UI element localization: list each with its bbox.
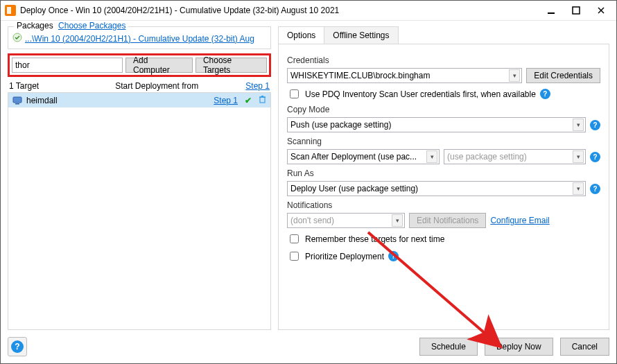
edit-notifications-button: Edit Notifications xyxy=(409,213,486,228)
packages-legend: Packages xyxy=(17,21,53,31)
add-computer-button[interactable]: Add Computer xyxy=(125,58,193,73)
help-icon[interactable]: ? xyxy=(388,251,399,261)
package-icon xyxy=(12,33,22,44)
scanning-secondary-combo: (use package setting) ▾ xyxy=(444,149,586,164)
options-panel: Credentials WHISKEYTIME.CLUB\brock.bingh… xyxy=(278,44,609,330)
svg-rect-8 xyxy=(15,103,19,105)
runas-label: Run As xyxy=(287,168,600,178)
chevron-down-icon[interactable]: ▾ xyxy=(573,182,584,195)
close-button[interactable] xyxy=(589,3,614,18)
use-pdq-label: Use PDQ Inventory Scan User credentials … xyxy=(305,89,536,99)
deploy-now-button[interactable]: Deploy Now xyxy=(485,338,553,356)
header-step-link[interactable]: Step 1 xyxy=(245,81,270,91)
help-icon[interactable]: ? xyxy=(540,89,550,99)
help-icon[interactable]: ? xyxy=(590,152,600,162)
chevron-down-icon[interactable]: ▾ xyxy=(426,150,437,163)
window-title: Deploy Once - Win 10 (2004/20H2/21H1) - … xyxy=(20,6,539,15)
schedule-button[interactable]: Schedule xyxy=(419,338,478,356)
help-icon[interactable]: ? xyxy=(590,120,600,130)
scanning-label: Scanning xyxy=(287,137,600,146)
prioritize-label: Prioritize Deployment xyxy=(305,252,384,261)
scanning-combo[interactable]: Scan After Deployment (use pac... ▾ xyxy=(287,149,440,164)
tab-options[interactable]: Options xyxy=(278,26,324,44)
notifications-label: Notifications xyxy=(287,200,600,210)
credentials-label: Credentials xyxy=(287,55,600,65)
chevron-down-icon: ▾ xyxy=(573,150,584,163)
svg-rect-2 xyxy=(548,12,555,14)
edit-credentials-button[interactable]: Edit Credentials xyxy=(526,68,600,83)
configure-email-link[interactable]: Configure Email xyxy=(490,216,549,225)
start-from-label: Start Deployment from xyxy=(39,81,245,91)
use-pdq-checkbox[interactable] xyxy=(290,89,299,98)
svg-rect-9 xyxy=(260,97,265,103)
copy-mode-label: Copy Mode xyxy=(287,105,600,114)
choose-targets-button[interactable]: Choose Targets xyxy=(195,58,267,73)
deploy-window: Deploy Once - Win 10 (2004/20H2/21H1) - … xyxy=(0,0,617,364)
target-row[interactable]: heimdall Step 1 ✔ xyxy=(8,93,270,107)
chevron-down-icon[interactable]: ▾ xyxy=(509,69,520,82)
help-icon[interactable]: ? xyxy=(590,184,600,194)
titlebar: Deploy Once - Win 10 (2004/20H2/21H1) - … xyxy=(1,1,616,20)
svg-rect-1 xyxy=(7,7,11,14)
tab-strip: Options Offline Settings xyxy=(278,26,609,44)
remember-targets-checkbox[interactable] xyxy=(290,234,299,243)
computer-name-input[interactable] xyxy=(12,58,123,73)
target-entry-highlight: Add Computer Choose Targets xyxy=(8,53,271,77)
maximize-button[interactable] xyxy=(564,3,589,18)
help-button[interactable]: ? xyxy=(8,337,27,356)
runas-combo[interactable]: Deploy User (use package setting) ▾ xyxy=(287,181,586,196)
targets-list: heimdall Step 1 ✔ xyxy=(8,92,271,330)
chevron-down-icon[interactable]: ▾ xyxy=(573,119,584,131)
chevron-down-icon: ▾ xyxy=(392,214,403,227)
minimize-button[interactable] xyxy=(539,3,564,18)
app-icon xyxy=(5,5,16,16)
credentials-combo[interactable]: WHISKEYTIME.CLUB\brock.bingham ▾ xyxy=(287,68,522,83)
target-count: 1 Target xyxy=(9,81,39,91)
svg-rect-3 xyxy=(573,7,580,14)
prioritize-checkbox[interactable] xyxy=(290,252,299,261)
delete-target-icon[interactable] xyxy=(259,95,266,105)
target-step-link[interactable]: Step 1 xyxy=(214,96,238,105)
target-name: heimdall xyxy=(26,96,58,105)
computer-icon xyxy=(12,96,22,105)
svg-rect-7 xyxy=(13,97,21,103)
choose-packages-link[interactable]: Choose Packages xyxy=(58,21,125,31)
notifications-combo: (don't send) ▾ xyxy=(287,213,405,228)
copy-mode-combo[interactable]: Push (use package setting) ▾ xyxy=(287,117,586,132)
package-link[interactable]: ...\Win 10 (2004/20H2/21H1) - Cumulative… xyxy=(25,34,254,44)
bottom-bar: ? Schedule Deploy Now Cancel xyxy=(8,330,609,356)
tab-offline-settings[interactable]: Offline Settings xyxy=(324,26,398,44)
targets-header: 1 Target Start Deployment from Step 1 xyxy=(8,80,271,92)
packages-group: Packages Choose Packages ...\Win 10 (200… xyxy=(8,26,271,49)
cancel-button[interactable]: Cancel xyxy=(560,338,609,356)
check-icon: ✔ xyxy=(245,96,252,105)
remember-targets-label: Remember these targets for next time xyxy=(305,234,444,244)
